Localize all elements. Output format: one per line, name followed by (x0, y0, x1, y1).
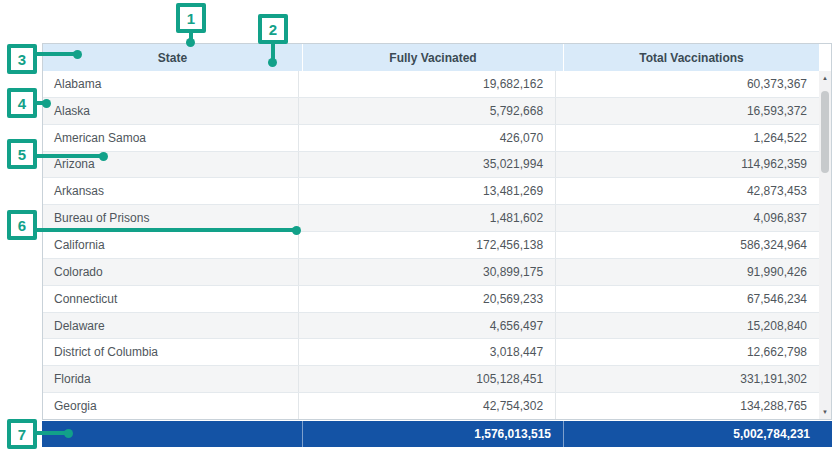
row-state-cell: Arkansas (43, 178, 298, 204)
row-total-vaccinations-cell: 16,593,372 (555, 98, 819, 124)
row-fully-vaccinated-cell: 5,792,668 (298, 98, 555, 124)
row-fully-vaccinated-cell: 3,018,447 (298, 339, 555, 365)
row-total-vaccinations-cell: 12,662,798 (555, 339, 819, 365)
callout-3-dot (73, 50, 82, 59)
row-state-cell: Alaska (43, 98, 298, 124)
table-row[interactable]: Arizona35,021,994114,962,359 (43, 152, 819, 179)
row-fully-vaccinated-cell: 35,021,994 (298, 152, 555, 178)
row-total-vaccinations-cell: 134,288,765 (555, 393, 819, 419)
callout-6-label: 6 (7, 210, 37, 240)
callout-7-dot (64, 429, 73, 438)
row-total-vaccinations-cell: 67,546,234 (555, 286, 819, 312)
row-fully-vaccinated-cell: 1,481,602 (298, 205, 555, 231)
row-fully-vaccinated-cell: 30,899,175 (298, 259, 555, 285)
callout-4-dot (42, 99, 51, 108)
callout-7-label: 7 (7, 419, 37, 449)
callout-2-connector (271, 43, 275, 59)
table-row[interactable]: Delaware4,656,49715,208,840 (43, 313, 819, 340)
totals-row: 1,576,013,515 5,002,784,231 (42, 421, 832, 447)
callout-3-label: 3 (7, 44, 37, 74)
callout-6-dot (292, 226, 301, 235)
vertical-scrollbar[interactable]: ▲ ▼ (819, 71, 831, 419)
callout-1-label: 1 (176, 3, 206, 33)
scrollbar-thumb[interactable] (821, 91, 829, 173)
row-state-cell: Florida (43, 366, 298, 392)
row-fully-vaccinated-cell: 19,682,162 (298, 71, 555, 97)
row-fully-vaccinated-cell: 105,128,451 (298, 366, 555, 392)
row-fully-vaccinated-cell: 4,656,497 (298, 313, 555, 339)
table-row[interactable]: Florida105,128,451331,191,302 (43, 366, 819, 393)
row-state-cell: District of Columbia (43, 339, 298, 365)
callout-6-connector (35, 228, 296, 232)
totals-total-vaccinations: 5,002,784,231 (563, 421, 832, 447)
row-state-cell: American Samoa (43, 125, 298, 151)
row-fully-vaccinated-cell: 13,481,269 (298, 178, 555, 204)
row-total-vaccinations-cell: 586,324,964 (555, 232, 819, 258)
callout-3-connector (35, 52, 78, 56)
screenshot-canvas: State Fully Vacinated Total Vaccinations… (0, 0, 833, 453)
totals-fully-vaccinated: 1,576,013,515 (302, 421, 563, 447)
callout-5-dot (99, 152, 108, 161)
row-state-cell: Connecticut (43, 286, 298, 312)
column-header-total-vaccinations[interactable]: Total Vaccinations (563, 44, 819, 71)
table-row[interactable]: Connecticut20,569,23367,546,234 (43, 286, 819, 313)
table-row[interactable]: Alabama19,682,16260,373,367 (43, 71, 819, 98)
table-row[interactable]: California172,456,138586,324,964 (43, 232, 819, 259)
table-header-row: State Fully Vacinated Total Vaccinations (43, 44, 819, 71)
table-row[interactable]: Alaska5,792,66816,593,372 (43, 98, 819, 125)
row-fully-vaccinated-cell: 426,070 (298, 125, 555, 151)
table-row[interactable]: Georgia42,754,302134,288,765 (43, 393, 819, 419)
row-total-vaccinations-cell: 42,873,453 (555, 178, 819, 204)
scroll-down-icon[interactable]: ▼ (819, 405, 831, 419)
row-total-vaccinations-cell: 331,191,302 (555, 366, 819, 392)
row-fully-vaccinated-cell: 172,456,138 (298, 232, 555, 258)
row-total-vaccinations-cell: 114,962,359 (555, 152, 819, 178)
row-state-cell: California (43, 232, 298, 258)
table-row[interactable]: Colorado30,899,17591,990,426 (43, 259, 819, 286)
row-state-cell: Alabama (43, 71, 298, 97)
column-header-fully-vaccinated[interactable]: Fully Vacinated (302, 44, 563, 71)
row-total-vaccinations-cell: 1,264,522 (555, 125, 819, 151)
row-total-vaccinations-cell: 60,373,367 (555, 71, 819, 97)
table-body: Alabama19,682,16260,373,367Alaska5,792,6… (43, 71, 819, 419)
row-state-cell: Colorado (43, 259, 298, 285)
row-total-vaccinations-cell: 4,096,837 (555, 205, 819, 231)
callout-2-dot (268, 58, 277, 67)
row-state-cell: Delaware (43, 313, 298, 339)
callout-5-label: 5 (7, 139, 37, 169)
callout-1-dot (186, 38, 195, 47)
row-total-vaccinations-cell: 91,990,426 (555, 259, 819, 285)
row-total-vaccinations-cell: 15,208,840 (555, 313, 819, 339)
row-state-cell: Georgia (43, 393, 298, 419)
row-fully-vaccinated-cell: 42,754,302 (298, 393, 555, 419)
callout-2-label: 2 (258, 14, 288, 44)
table-row[interactable]: District of Columbia3,018,44712,662,798 (43, 339, 819, 366)
callout-5-connector (35, 154, 103, 158)
column-header-state[interactable]: State (43, 44, 302, 71)
row-fully-vaccinated-cell: 20,569,233 (298, 286, 555, 312)
callout-4-label: 4 (7, 88, 37, 118)
scroll-up-icon[interactable]: ▲ (819, 71, 831, 85)
totals-state-cell (42, 421, 302, 447)
table-row[interactable]: Arkansas13,481,26942,873,453 (43, 178, 819, 205)
table-row[interactable]: American Samoa426,0701,264,522 (43, 125, 819, 152)
